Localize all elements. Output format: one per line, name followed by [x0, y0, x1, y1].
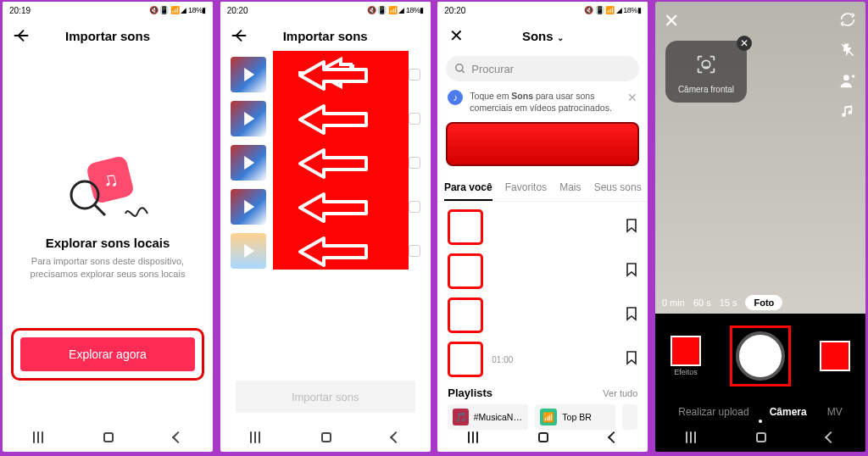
- back-button[interactable]: [9, 24, 33, 47]
- track-thumbnail[interactable]: [448, 209, 483, 245]
- tip-text: Toque em Sons para usar sons comerciais …: [470, 90, 620, 114]
- android-navbar: [220, 423, 431, 452]
- status-right: 🔇 📳 📶 ◢ 18%▮: [149, 6, 206, 14]
- bookmark-icon[interactable]: [626, 350, 637, 369]
- nav-recents[interactable]: [468, 431, 478, 443]
- playlists-heading: Playlists: [448, 386, 492, 399]
- sound-thumbnail[interactable]: [231, 145, 266, 181]
- status-bar: 20:19 🔇 📳 📶 ◢ 18%▮: [3, 2, 213, 19]
- flip-camera-icon[interactable]: [838, 10, 857, 29]
- empty-heading: Explorar sons locais: [46, 236, 170, 250]
- close-camera-button[interactable]: ✕: [664, 10, 679, 32]
- duration-selector: 0 min60 s15 sFoto: [655, 295, 865, 310]
- nav-back[interactable]: [825, 431, 837, 443]
- header: ✕ Sons ⌄: [437, 19, 648, 53]
- screen-sounds: 20:20 🔇 📳 📶 ◢ 18%▮ ✕ Sons ⌄ Procurar ♪ T…: [437, 2, 648, 452]
- sound-thumbnail[interactable]: [231, 57, 266, 92]
- track-thumbnail[interactable]: [448, 253, 483, 289]
- music-icon[interactable]: [838, 102, 857, 120]
- upload-button[interactable]: [820, 341, 850, 371]
- page-title[interactable]: Sons ⌄: [522, 29, 564, 43]
- nav-recents[interactable]: [250, 431, 260, 443]
- search-icon: [454, 63, 466, 75]
- duration-option[interactable]: 15 s: [720, 298, 737, 308]
- bookmark-icon[interactable]: [626, 262, 637, 281]
- mode-mv[interactable]: MV: [827, 406, 843, 418]
- header: Importar sons: [3, 19, 213, 53]
- search-input[interactable]: Procurar: [446, 56, 639, 81]
- mode-realizar-upload[interactable]: Realizar upload: [678, 406, 748, 418]
- flash-icon[interactable]: [838, 41, 857, 59]
- shutter-button[interactable]: [730, 325, 791, 386]
- track-row[interactable]: [448, 205, 637, 249]
- dismiss-tip-button[interactable]: ✕: [627, 90, 637, 106]
- page-title: Importar sons: [283, 29, 368, 43]
- track-thumbnail[interactable]: [448, 298, 483, 333]
- tab-favoritos[interactable]: Favoritos: [505, 181, 547, 193]
- android-navbar: [3, 423, 213, 452]
- track-row[interactable]: [448, 293, 637, 337]
- sound-thumbnail[interactable]: [231, 101, 266, 136]
- nav-home[interactable]: [103, 432, 114, 442]
- track-thumbnail[interactable]: [448, 342, 483, 377]
- explore-illustration: ♫: [70, 154, 146, 222]
- bookmark-icon[interactable]: [626, 306, 637, 325]
- select-checkbox[interactable]: [409, 157, 420, 169]
- android-navbar: [437, 423, 648, 452]
- select-checkbox[interactable]: [409, 201, 420, 213]
- nav-recents[interactable]: [33, 431, 43, 443]
- sound-thumbnail[interactable]: [231, 233, 266, 269]
- page-title: Importar sons: [65, 29, 150, 43]
- nav-back[interactable]: [390, 431, 402, 443]
- status-time: 20:20: [444, 6, 465, 15]
- svg-point-3: [843, 75, 849, 81]
- nav-back[interactable]: [172, 431, 184, 443]
- mode-câmera[interactable]: Câmera: [770, 406, 807, 418]
- annotation-overlay: [273, 51, 409, 270]
- header: Importar sons: [220, 19, 431, 53]
- bookmark-icon[interactable]: [626, 218, 637, 236]
- tab-mais[interactable]: Mais: [559, 181, 581, 193]
- back-button[interactable]: [227, 24, 251, 47]
- empty-subtext: Para importar sons deste dispositivo, pr…: [23, 255, 192, 281]
- svg-point-0: [71, 181, 98, 209]
- nav-recents[interactable]: [686, 431, 696, 443]
- annotation-banner: [446, 122, 639, 166]
- nav-home[interactable]: [538, 432, 548, 442]
- screen-import-list: 20:20 🔇 📳 📶 ◢ 18%▮ Importar sons Importa…: [220, 2, 431, 452]
- select-checkbox[interactable]: [409, 113, 420, 125]
- status-time: 20:19: [9, 6, 31, 15]
- explore-now-button[interactable]: Explorar agora: [20, 337, 195, 371]
- close-button[interactable]: ✕: [444, 24, 468, 47]
- screen-import-empty: 20:19 🔇 📳 📶 ◢ 18%▮ Importar sons ♫ Explo…: [3, 2, 213, 452]
- annotation-highlight: Explorar agora: [11, 328, 204, 381]
- sound-tabs: Para vocêFavoritosMaisSeus sons: [437, 173, 648, 202]
- chevron-down-icon: ⌄: [557, 33, 564, 42]
- track-row[interactable]: [448, 249, 637, 293]
- select-checkbox[interactable]: [409, 69, 420, 81]
- duration-option[interactable]: 60 s: [693, 298, 711, 308]
- nav-home[interactable]: [756, 432, 766, 442]
- front-camera-tooltip: ✕ Câmera frontal: [665, 41, 747, 103]
- nav-home[interactable]: [321, 432, 331, 442]
- import-button-disabled: Importar sons: [236, 381, 415, 413]
- track-row[interactable]: 01:00: [448, 337, 637, 381]
- tab-seus-sons[interactable]: Seus sons: [594, 181, 642, 193]
- status-bar: 20:20 🔇 📳 📶 ◢ 18%▮: [437, 2, 648, 19]
- android-navbar: [655, 423, 865, 452]
- status-time: 20:20: [227, 6, 248, 15]
- nav-back[interactable]: [608, 431, 620, 443]
- svg-point-1: [456, 64, 463, 71]
- camera-modes: Realizar uploadCâmeraMV: [655, 406, 865, 418]
- add-user-icon[interactable]: [838, 71, 857, 90]
- select-checkbox[interactable]: [409, 245, 420, 257]
- duration-option[interactable]: 0 min: [662, 298, 685, 308]
- effects-button[interactable]: Efeitos: [670, 336, 701, 376]
- screen-camera: ✕ ✕ Câmera frontal 0 min60 s15 sFoto Efe…: [655, 2, 865, 452]
- see-all-link[interactable]: Ver tudo: [603, 388, 637, 398]
- duration-option[interactable]: Foto: [745, 295, 782, 310]
- status-bar: 20:20 🔇 📳 📶 ◢ 18%▮: [220, 2, 431, 19]
- sound-thumbnail[interactable]: [231, 189, 266, 225]
- tab-para-você[interactable]: Para você: [444, 181, 492, 193]
- tooltip-close-icon[interactable]: ✕: [737, 36, 752, 51]
